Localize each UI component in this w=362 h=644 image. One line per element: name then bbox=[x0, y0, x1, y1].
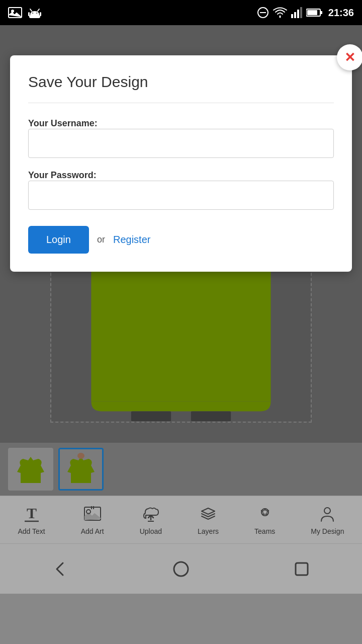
save-design-modal: ✕ Save Your Design Your Username: Your P… bbox=[10, 55, 352, 272]
status-bar: 21:36 bbox=[0, 0, 362, 25]
username-input[interactable] bbox=[28, 129, 334, 158]
login-button[interactable]: Login bbox=[28, 226, 89, 254]
close-icon: ✕ bbox=[344, 51, 355, 64]
image-icon bbox=[8, 7, 22, 18]
modal-title: Save Your Design bbox=[28, 73, 334, 91]
svg-rect-16 bbox=[320, 11, 322, 14]
svg-rect-11 bbox=[291, 14, 293, 18]
svg-rect-7 bbox=[28, 12, 30, 16]
register-link[interactable]: Register bbox=[113, 234, 150, 246]
svg-point-3 bbox=[36, 13, 38, 14]
username-label: Your Username: bbox=[28, 118, 98, 128]
modal-close-button[interactable]: ✕ bbox=[337, 44, 362, 70]
status-bar-right-icons: 21:36 bbox=[257, 7, 354, 19]
modal-overlay: ✕ Save Your Design Your Username: Your P… bbox=[0, 25, 362, 594]
svg-line-4 bbox=[30, 9, 32, 11]
svg-rect-12 bbox=[294, 12, 296, 18]
wifi-icon bbox=[273, 7, 287, 18]
signal-icon bbox=[291, 7, 302, 18]
svg-point-1 bbox=[11, 10, 14, 13]
svg-line-5 bbox=[38, 9, 39, 11]
svg-rect-14 bbox=[300, 7, 302, 18]
android-icon bbox=[28, 6, 41, 19]
time-display: 21:36 bbox=[328, 7, 354, 19]
or-text: or bbox=[97, 234, 105, 245]
password-label: Your Password: bbox=[28, 170, 97, 180]
svg-rect-17 bbox=[307, 10, 317, 15]
main-content: T Add Text Add Art bbox=[0, 25, 362, 594]
svg-rect-6 bbox=[29, 15, 40, 18]
battery-icon bbox=[306, 8, 322, 17]
password-input[interactable] bbox=[28, 181, 334, 210]
modal-divider bbox=[28, 103, 334, 103]
svg-rect-8 bbox=[40, 12, 41, 16]
svg-rect-13 bbox=[297, 10, 299, 18]
svg-point-2 bbox=[32, 13, 34, 14]
do-not-disturb-icon bbox=[257, 7, 269, 19]
status-bar-left-icons bbox=[8, 6, 41, 19]
modal-actions: Login or Register bbox=[28, 226, 334, 254]
